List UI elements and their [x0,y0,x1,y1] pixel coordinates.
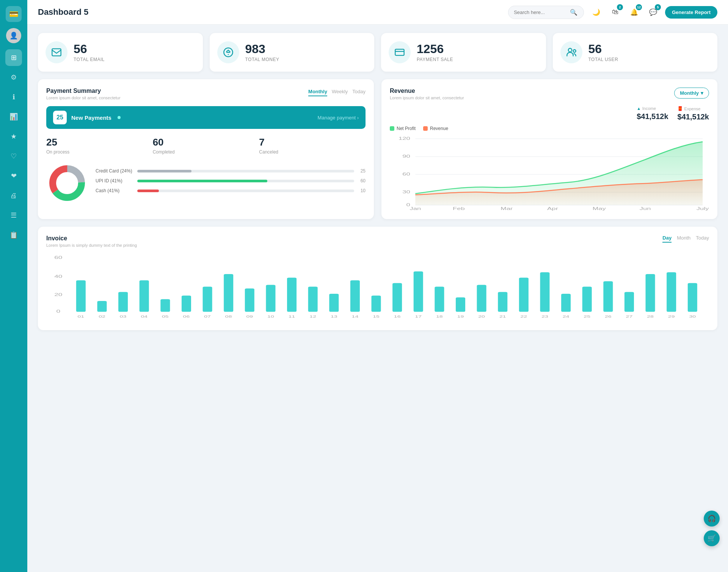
new-payments-count: 25 [53,111,67,124]
svg-text:07: 07 [204,314,211,318]
revenue-label: Revenue [430,126,448,131]
svg-text:15: 15 [373,314,380,318]
stat-card-email: 56 TOTAL EMAIL [38,33,203,72]
generate-report-button[interactable]: Generate Report [665,6,717,19]
svg-text:25: 25 [584,314,590,318]
cart-fab[interactable]: 🛒 [704,530,720,546]
payment-summary-title: Payment Summary [46,88,121,94]
sidebar-item-favorites[interactable]: ♡ [5,148,22,165]
sidebar-item-star[interactable]: ★ [5,128,22,145]
payment-stat-icon [389,41,411,63]
sidebar-item-docs[interactable]: 📋 [5,227,22,243]
invoice-tab-today[interactable]: Today [696,235,709,243]
tab-today[interactable]: Today [352,88,366,96]
stat-card-payment: 1256 PAYMENT SALE [381,33,546,72]
sidebar-item-liked[interactable]: ❤ [5,168,22,184]
svg-text:60: 60 [402,172,410,176]
stat-card-user: 56 TOTAL USER [553,33,718,72]
mini-stat-canceled: 7 Canceled [259,136,366,155]
bar-row-cash: Cash (41%) 10 [96,188,366,193]
tab-monthly[interactable]: Monthly [308,88,327,96]
theme-toggle-button[interactable]: 🌙 [589,5,603,19]
completed-number: 60 [153,136,259,148]
notifications-button[interactable]: 🔔 12 [627,5,641,19]
canceled-number: 7 [259,136,366,148]
svg-rect-66 [456,298,465,312]
svg-rect-30 [76,281,86,312]
svg-text:40: 40 [54,274,63,279]
payment-stat-info: 1256 PAYMENT SALE [417,42,453,62]
cash-bar-label: Cash (41%) [96,188,133,193]
avatar-icon: 👤 [9,31,18,40]
status-dot [118,116,121,119]
sidebar-item-list[interactable]: ☰ [5,207,22,224]
messages-button[interactable]: 💬 5 [646,5,660,19]
svg-text:Mar: Mar [500,206,513,211]
svg-text:11: 11 [289,314,295,318]
new-payments-left: 25 New Payments [53,111,121,124]
svg-rect-80 [603,281,613,312]
sidebar-item-print[interactable]: 🖨 [5,187,22,204]
svg-text:0: 0 [56,309,60,313]
revenue-monthly-dropdown[interactable]: Monthly ▾ [674,88,709,99]
svg-text:May: May [593,206,606,211]
svg-rect-36 [140,281,149,312]
svg-text:19: 19 [457,314,464,318]
cart-badge: 2 [617,4,623,10]
invoice-tab-month[interactable]: Month [677,235,690,243]
sidebar-item-info[interactable]: ℹ [5,89,22,105]
donut-chart [46,162,88,204]
money-stat-info: 983 TOTAL MONEY [245,42,279,62]
expense-stat: 🧧 Expense $41,512k [678,106,709,121]
invoice-header: Invoice Lorem Ipsum is simply dummy text… [46,235,709,248]
credit-bar-track [137,170,354,172]
tab-weekly[interactable]: Weekly [332,88,348,96]
svg-rect-84 [646,274,655,312]
svg-rect-78 [582,287,592,312]
logo-icon: 💳 [9,9,19,19]
manage-payment-link[interactable]: Manage payment › [318,115,359,121]
email-stat-icon [46,41,67,63]
revenue-legend: Net Profit Revenue [390,126,709,131]
bar-row-credit: Credit Card (24%) 25 [96,168,366,174]
credit-bar-fill [137,170,191,172]
invoice-tab-day[interactable]: Day [662,235,672,243]
upi-bar-value: 60 [358,178,366,183]
invoice-title: Invoice [46,235,137,242]
svg-rect-68 [477,285,486,312]
new-payments-bar: 25 New Payments Manage payment › [46,106,366,129]
sidebar-item-dashboard[interactable]: ⊞ [5,49,22,66]
svg-text:05: 05 [162,314,169,318]
cart-button[interactable]: 🛍 2 [608,5,622,19]
svg-point-4 [573,50,576,52]
user-avatar[interactable]: 👤 [6,28,21,43]
revenue-subtitle: Lorem ipsum dolor sit amet, consectetur [390,96,464,100]
money-stat-icon [217,41,239,63]
svg-point-8 [57,173,77,193]
svg-rect-46 [245,288,254,312]
svg-text:12: 12 [309,314,316,318]
invoice-subtitle: Lorem Ipsum is simply dummy text of the … [46,243,137,248]
svg-text:18: 18 [436,314,443,318]
upi-bar-label: UPI ID (41%) [96,178,133,183]
svg-rect-0 [52,49,61,56]
svg-text:06: 06 [183,314,190,318]
svg-rect-86 [667,272,676,312]
support-fab[interactable]: 🎧 [704,511,720,527]
svg-text:90: 90 [402,154,410,158]
sidebar-item-settings[interactable]: ⚙ [5,69,22,86]
cart-fab-icon: 🛒 [708,534,716,542]
svg-text:02: 02 [99,314,105,318]
sidebar-item-analytics[interactable]: 📊 [5,108,22,125]
svg-rect-76 [561,294,571,312]
svg-text:Apr: Apr [547,206,558,211]
search-input[interactable] [514,9,567,15]
bar-row-upi: UPI ID (41%) 60 [96,178,366,183]
content-area: 56 TOTAL EMAIL 983 TOTAL MONEY 1256 [27,25,728,338]
revenue-title: Revenue [390,88,464,94]
revenue-chart: 120 90 60 30 0 [390,135,709,211]
search-box[interactable]: 🔍 [508,6,584,19]
stats-row: 56 TOTAL EMAIL 983 TOTAL MONEY 1256 [38,33,717,72]
sidebar-logo[interactable]: 💳 [6,6,22,22]
header: Dashboard 5 🔍 🌙 🛍 2 🔔 12 💬 5 Generate Re… [27,0,728,25]
